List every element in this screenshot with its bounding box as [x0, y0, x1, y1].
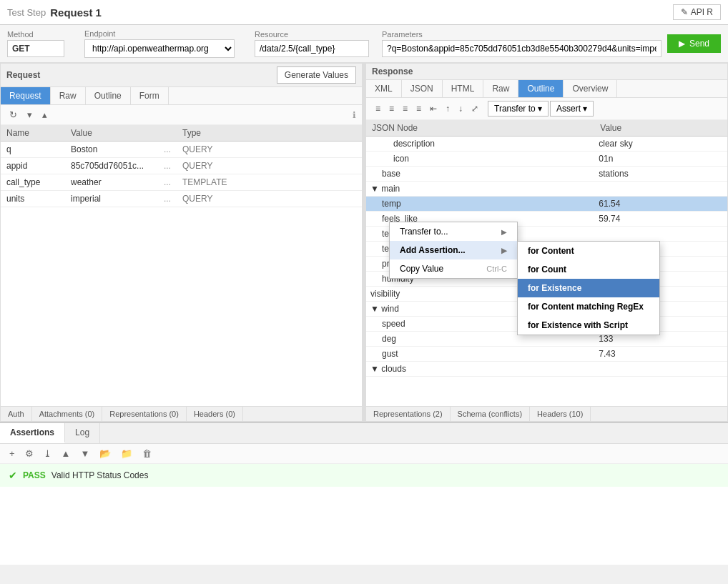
outdent-icon[interactable]: ⇤ — [426, 102, 441, 116]
resource-input[interactable] — [255, 40, 369, 57]
assertions-panel: Assertions Log + ⚙ ⤓ ▲ ▼ 📂 📁 🗑 ✔ PASS Va… — [0, 422, 728, 565]
move-up-icon[interactable]: ▲ — [58, 447, 74, 460]
tab-json[interactable]: JSON — [402, 80, 443, 97]
run-icon[interactable]: ⤓ — [40, 447, 55, 460]
json-node-value: 61.54 — [594, 197, 727, 212]
response-panel-header: Response — [372, 66, 413, 76]
assertion-for-count[interactable]: for Count — [518, 260, 659, 279]
tab-assertions[interactable]: Assertions — [0, 423, 65, 443]
align-center-icon[interactable]: ≡ — [385, 102, 398, 116]
tab-log[interactable]: Log — [65, 423, 100, 443]
json-node-value: 59.74 — [594, 212, 727, 227]
json-tree-row[interactable]: ▼ clouds — [366, 362, 727, 377]
generate-values-button[interactable]: Generate Values — [277, 66, 356, 84]
param-dots[interactable]: ... — [158, 191, 177, 207]
indent-icon[interactable]: ≡ — [413, 102, 425, 116]
tab-raw-response[interactable]: Raw — [483, 80, 518, 97]
move-down-icon[interactable]: ▼ — [77, 447, 93, 460]
json-node-name: description — [366, 137, 594, 152]
tab-raw[interactable]: Raw — [51, 87, 86, 104]
tab-representations-response[interactable]: Representations (2) — [366, 407, 451, 421]
assertion-for-content-regex[interactable]: for Content matching RegEx — [518, 297, 659, 316]
json-tree-row[interactable]: icon 01n — [366, 152, 727, 167]
json-node-name: icon — [366, 152, 594, 167]
method-input[interactable] — [7, 40, 64, 57]
json-node-value: 01n — [594, 152, 727, 167]
json-node-value — [594, 362, 727, 377]
pass-status: PASS — [23, 470, 46, 480]
add-assertion-icon[interactable]: + — [6, 447, 19, 460]
expand-all-icon[interactable]: ⤢ — [468, 102, 482, 116]
assertions-toolbar: + ⚙ ⤓ ▲ ▼ 📂 📁 🗑 — [0, 444, 728, 464]
tab-attachments[interactable]: Attachments (0) — [32, 407, 103, 421]
tab-outline-response[interactable]: Outline — [518, 80, 564, 97]
assert-button[interactable]: Assert ▾ — [550, 101, 594, 117]
endpoint-select[interactable]: http://api.openweathermap.org — [84, 39, 235, 58]
param-dots[interactable]: ... — [158, 142, 177, 158]
request-tabs: Request Raw Outline Form — [1, 87, 362, 105]
request-params-table-container: Name Value Type q Boston ... QUERY appid… — [1, 125, 362, 406]
folder-open-icon[interactable]: 📂 — [96, 447, 114, 460]
tab-overview[interactable]: Overview — [564, 80, 617, 97]
assertion-for-existence[interactable]: for Existence — [518, 279, 659, 297]
folder-new-icon[interactable]: 📁 — [117, 447, 136, 460]
param-value: Boston — [65, 142, 158, 158]
param-type: QUERY — [177, 158, 362, 174]
json-tree-row[interactable]: base stations — [366, 167, 727, 182]
request-param-row: units imperial ... QUERY — [1, 191, 362, 207]
resource-label: Resource — [255, 30, 376, 39]
json-tree-row[interactable]: gust 7.43 — [366, 347, 727, 362]
json-tree-row[interactable]: temp 61.54 — [366, 197, 727, 212]
sort-desc-icon[interactable]: ↓ — [455, 102, 466, 116]
json-node-name: temp — [366, 197, 594, 212]
tab-auth[interactable]: Auth — [1, 407, 32, 421]
col-json-node: JSON Node — [366, 120, 594, 137]
context-item-add-assertion[interactable]: Add Assertion... ▶ for Content for Count… — [390, 241, 517, 259]
assertion-for-content[interactable]: for Content — [518, 242, 659, 260]
assertion-for-existence-script[interactable]: for Existence with Script — [518, 316, 659, 335]
align-right-icon[interactable]: ≡ — [399, 102, 411, 116]
context-item-copy-value[interactable]: Copy Value Ctrl-C — [390, 259, 517, 278]
info-icon[interactable]: ℹ — [353, 110, 356, 120]
tab-form[interactable]: Form — [131, 87, 169, 104]
api-button[interactable]: ✎ API R — [673, 4, 721, 20]
response-bottom-tabs: Representations (2) Schema (conflicts) H… — [366, 406, 727, 421]
param-dots[interactable]: ... — [158, 174, 177, 191]
tab-xml[interactable]: XML — [366, 80, 402, 97]
method-label: Method — [7, 30, 79, 39]
col-header-value: Value — [65, 125, 158, 142]
json-tree-row[interactable]: ▼ main — [366, 182, 727, 197]
parameters-input[interactable] — [382, 40, 661, 57]
param-value: 85c705dd76051c... — [65, 158, 158, 174]
align-left-icon[interactable]: ≡ — [372, 102, 384, 116]
request-param-row: appid 85c705dd76051c... ... QUERY — [1, 158, 362, 174]
config-icon[interactable]: ⚙ — [21, 447, 37, 460]
context-menu: Transfer to... ▶ Add Assertion... ▶ for … — [389, 222, 518, 279]
chevron-down-icon[interactable]: ▾ — [24, 108, 35, 122]
refresh-icon[interactable]: ↻ — [6, 108, 20, 122]
tab-request[interactable]: Request — [1, 87, 51, 104]
tab-outline[interactable]: Outline — [86, 87, 131, 104]
transfer-to-button[interactable]: Transfer to ▾ — [488, 101, 549, 117]
chevron-up-icon[interactable]: ▴ — [39, 108, 50, 122]
request-inner-toolbar: ↻ ▾ ▴ ℹ — [1, 105, 362, 125]
sort-asc-icon[interactable]: ↑ — [442, 102, 453, 116]
param-dots[interactable]: ... — [158, 158, 177, 174]
bottom-tabs: Assertions Log — [0, 423, 728, 444]
delete-icon[interactable]: 🗑 — [139, 447, 155, 460]
tab-schema-conflicts[interactable]: Schema (conflicts) — [451, 407, 530, 421]
col-header-dots — [158, 125, 177, 142]
tab-headers-request[interactable]: Headers (0) — [187, 407, 243, 421]
send-icon: ▶ — [679, 39, 685, 49]
request-bottom-tabs: Auth Attachments (0) Representations (0)… — [1, 406, 362, 421]
context-item-transfer[interactable]: Transfer to... ▶ — [390, 222, 517, 241]
param-type: QUERY — [177, 191, 362, 207]
copy-shortcut: Ctrl-C — [486, 264, 507, 273]
send-button[interactable]: ▶ Send — [667, 34, 721, 53]
tab-html[interactable]: HTML — [443, 80, 484, 97]
json-tree-row[interactable]: description clear sky — [366, 137, 727, 152]
json-node-value — [594, 182, 727, 197]
tab-representations-request[interactable]: Representations (0) — [102, 407, 187, 421]
transfer-chevron: ▶ — [501, 228, 507, 236]
tab-headers-response[interactable]: Headers (10) — [530, 407, 591, 421]
